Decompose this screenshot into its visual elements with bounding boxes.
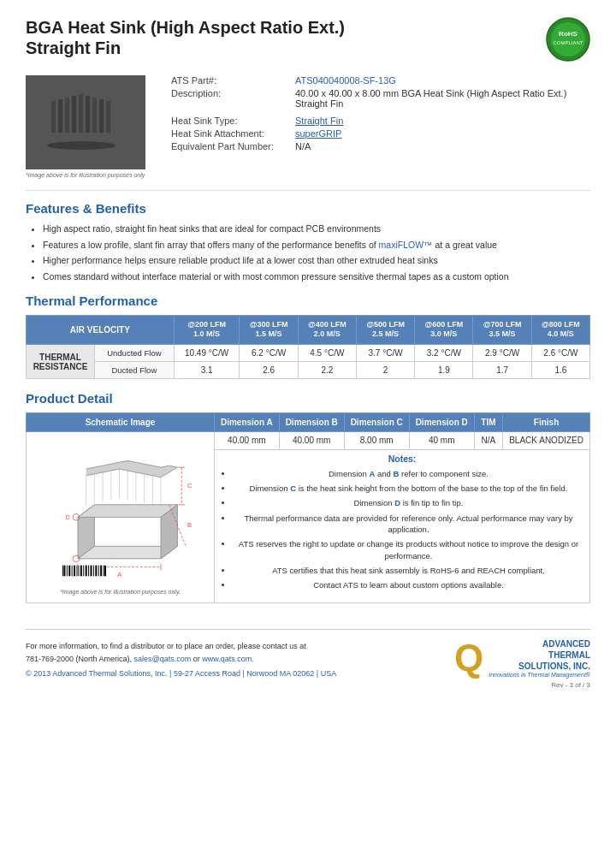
note-1: Dimension A and B refer to component siz…: [233, 468, 584, 479]
unducted-300: 6.2 °C/W: [240, 345, 298, 362]
col-600lfm: @600 LFM3.0 M/S: [415, 315, 473, 344]
table-row-unducted: THERMAL RESISTANCE Unducted Flow 10.49 °…: [27, 345, 590, 362]
unducted-800: 2.6 °C/W: [531, 345, 589, 362]
tim-value: N/A: [474, 432, 502, 450]
footer-logo: Q ADVANCEDTHERMALSOLUTIONS, INC. Innovat…: [454, 638, 590, 678]
page-footer: For more information, to find a distribu…: [26, 629, 590, 678]
page-title: BGA Heat Sink (High Aspect Ratio Ext.) S…: [26, 17, 345, 58]
ats-q-letter: Q: [454, 639, 483, 677]
ducted-label: Ducted Flow: [95, 362, 175, 379]
attach-value[interactable]: superGRIP: [295, 128, 341, 139]
unducted-500: 3.7 °C/W: [356, 345, 414, 362]
svg-rect-9: [79, 94, 83, 133]
note-5: ATS reserves the right to update or chan…: [233, 538, 584, 561]
detail-row-1: A B C: [27, 432, 590, 450]
svg-rect-6: [58, 99, 62, 133]
schematic-caption: *Image above is for illustration purpose…: [36, 589, 204, 595]
ats-tagline: Innovations in Thermal Management®: [489, 672, 590, 678]
product-image-block: *Image above is for illustration purpose…: [26, 75, 163, 178]
ducted-600: 1.9: [415, 362, 473, 379]
footer-or: or: [193, 655, 203, 663]
product-image-caption: *Image above is for illustration purpose…: [26, 172, 163, 178]
svg-point-14: [47, 141, 116, 150]
features-list: High aspect ratio, straight fin heat sin…: [26, 222, 590, 283]
unducted-label: Unducted Flow: [95, 345, 175, 362]
footer-website[interactable]: www.qats.com.: [202, 655, 254, 663]
notes-list: Dimension A and B refer to component siz…: [220, 468, 584, 591]
dim-d-value: 40 mm: [409, 432, 474, 450]
thermal-section: Thermal Performance AIR VELOCITY @200 LF…: [26, 294, 590, 379]
part-value: ATS040040008-SF-13G: [295, 75, 396, 86]
ducted-800: 1.6: [531, 362, 589, 379]
type-value[interactable]: Straight Fin: [295, 116, 343, 126]
air-velocity-header: AIR VELOCITY: [27, 315, 175, 344]
svg-rect-12: [99, 99, 104, 133]
product-detail-section: Product Detail Schematic Image Dimension…: [26, 391, 590, 603]
col-schematic: Schematic Image: [27, 413, 215, 432]
svg-rect-5: [51, 101, 56, 133]
ats-name: ADVANCEDTHERMALSOLUTIONS, INC.: [489, 638, 590, 672]
product-detail-heading: Product Detail: [26, 391, 590, 406]
note-1-b: B: [394, 469, 400, 478]
divider-1: [26, 190, 590, 191]
note-6: ATS certifies that this heat sink assemb…: [233, 565, 584, 576]
rohs-badge: RoHS COMPLIANT: [546, 17, 590, 63]
ducted-300: 2.6: [240, 362, 298, 379]
note-3: Dimension D is fin tip to fin tip.: [233, 497, 584, 508]
page-number: Rev - 3 of / 3: [26, 681, 590, 689]
thermal-table: AIR VELOCITY @200 LFM1.0 M/S @300 LFM1.5…: [26, 315, 590, 379]
unducted-200: 10.49 °C/W: [174, 345, 240, 362]
product-detail-table: Schematic Image Dimension A Dimension B …: [26, 412, 590, 603]
footer-copyright: © 2013 Advanced Thermal Solutions, Inc. …: [26, 669, 336, 678]
ducted-400: 2.2: [298, 362, 356, 379]
note-4: Thermal performance data are provided fo…: [233, 513, 584, 536]
equiv-value: N/A: [295, 141, 311, 151]
spec-row-desc: Description: 40.00 x 40.00 x 8.00 mm BGA…: [171, 88, 590, 109]
note-3-d: D: [394, 498, 400, 507]
maxiflow-link: maxiFLOW™: [379, 240, 433, 250]
feature-item-4: Comes standard without interface materia…: [43, 270, 590, 283]
col-400lfm: @400 LFM2.0 M/S: [298, 315, 356, 344]
contact-line1: For more information, to find a distribu…: [26, 642, 306, 650]
equiv-label: Equivalent Part Number:: [171, 141, 295, 151]
svg-rect-13: [106, 101, 110, 133]
footer-email[interactable]: sales@qats.com: [134, 655, 192, 663]
ats-logo: Q ADVANCEDTHERMALSOLUTIONS, INC. Innovat…: [454, 638, 590, 678]
contact-phone: 781-769-2000 (North America),: [26, 655, 132, 663]
spec-row-attach: Heat Sink Attachment: superGRIP: [171, 128, 590, 139]
ducted-700: 1.7: [473, 362, 531, 379]
unducted-400: 4.5 °C/W: [298, 345, 356, 362]
col-200lfm: @200 LFM1.0 M/S: [174, 315, 240, 344]
svg-text:D: D: [66, 514, 70, 520]
schematic-image: A B C: [36, 440, 203, 585]
spec-row-part: ATS Part#: ATS040040008-SF-13G: [171, 75, 590, 86]
note-2-c: C: [290, 483, 296, 493]
thermal-heading: Thermal Performance: [26, 294, 590, 308]
unducted-700: 2.9 °C/W: [473, 345, 531, 362]
desc-label: Description:: [171, 88, 295, 109]
product-image: [26, 75, 145, 169]
footer-left: For more information, to find a distribu…: [26, 640, 336, 678]
svg-text:COMPLIANT: COMPLIANT: [553, 40, 583, 45]
col-700lfm: @700 LFM3.5 M/S: [473, 315, 531, 344]
spec-row-type: Heat Sink Type: Straight Fin: [171, 116, 590, 126]
col-dim-a: Dimension A: [215, 413, 280, 432]
svg-rect-8: [72, 96, 76, 133]
dim-a-value: 40.00 mm: [215, 432, 280, 450]
feature-item-2: Features a low profile, slant fin array …: [43, 239, 590, 252]
col-800lfm: @800 LFM4.0 M/S: [531, 315, 589, 344]
table-row-ducted: Ducted Flow 3.1 2.6 2.2 2 1.9 1.7 1.6: [27, 362, 590, 379]
feature-item-1: High aspect ratio, straight fin heat sin…: [43, 222, 590, 235]
schematic-cell: A B C: [27, 432, 215, 603]
svg-rect-7: [65, 98, 69, 133]
note-7: Contact ATS to learn about custom option…: [233, 579, 584, 590]
finish-value: BLACK ANODIZED: [503, 432, 590, 450]
col-dim-d: Dimension D: [409, 413, 474, 432]
page-header: BGA Heat Sink (High Aspect Ratio Ext.) S…: [26, 17, 590, 63]
part-label: ATS Part#:: [171, 75, 295, 86]
col-finish: Finish: [503, 413, 590, 432]
svg-text:A: A: [117, 571, 122, 578]
thermal-resistance-label: THERMAL RESISTANCE: [27, 345, 95, 379]
col-300lfm: @300 LFM1.5 M/S: [240, 315, 298, 344]
ducted-200: 3.1: [174, 362, 240, 379]
